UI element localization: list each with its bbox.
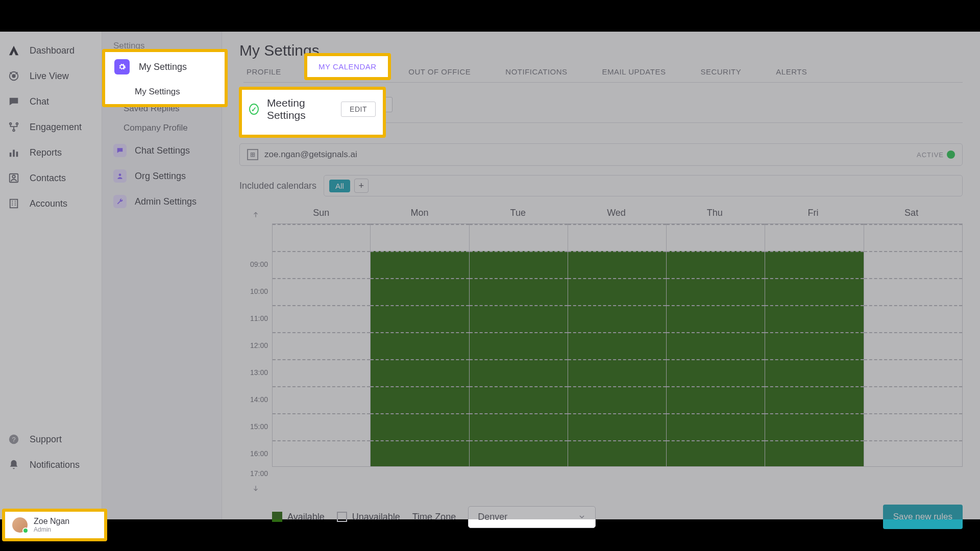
- nav-item-chat[interactable]: Chat: [0, 89, 102, 114]
- scroll-down-button[interactable]: [239, 480, 272, 493]
- arrow-down-row: [239, 480, 963, 493]
- nav-item-engagement[interactable]: Engagement: [0, 114, 102, 140]
- included-label: Included calendars: [239, 181, 316, 191]
- settings-group-org[interactable]: Org Settings: [102, 163, 222, 189]
- tab-security[interactable]: SECURITY: [697, 61, 744, 82]
- nav-item-support[interactable]: ? Support: [0, 427, 102, 452]
- account-email: zoe.ngan@getsignals.ai: [264, 149, 911, 160]
- time-1200: 12:00: [250, 332, 268, 359]
- group-label: Org Settings: [135, 171, 186, 182]
- day-header: Sun Mon Tue Wed Thu Fri Sat: [239, 208, 963, 223]
- avail-mon[interactable]: [371, 251, 469, 466]
- day-mon: Mon: [371, 208, 469, 223]
- legend-unavailable: Unavailable: [337, 512, 400, 522]
- chevron-down-icon: [578, 513, 586, 521]
- nav-label: Engagement: [30, 122, 82, 133]
- legend-available: Available: [272, 512, 325, 522]
- highlight-meeting-settings: ✓ Meeting Settings EDIT: [239, 87, 386, 138]
- col-wed[interactable]: [568, 223, 667, 467]
- col-mon[interactable]: [371, 223, 469, 467]
- day-sat: Sat: [862, 208, 961, 223]
- time-1400: 14:00: [250, 386, 268, 413]
- wrench-icon: [113, 195, 127, 208]
- pill-all[interactable]: All: [329, 180, 350, 192]
- avail-tue[interactable]: [470, 251, 568, 466]
- scroll-up-button[interactable]: [239, 208, 272, 223]
- avail-wed[interactable]: [568, 251, 666, 466]
- settings-group-chat[interactable]: Chat Settings: [102, 138, 222, 163]
- settings-sub-companyprofile[interactable]: Company Profile: [102, 118, 222, 138]
- hl-edit-button[interactable]: EDIT: [341, 102, 376, 117]
- nav-label: Support: [30, 434, 62, 445]
- nav-item-notifications[interactable]: Notifications: [0, 452, 102, 478]
- help-icon: ?: [7, 433, 20, 446]
- calendar-grid[interactable]: 09:00 10:00 11:00 12:00 13:00 14:00 15:0…: [239, 223, 963, 480]
- day-tue: Tue: [469, 208, 567, 223]
- ms-icon: ⊞: [247, 149, 258, 160]
- save-button[interactable]: Save new rules: [883, 505, 963, 529]
- included-box[interactable]: All +: [324, 175, 963, 196]
- svg-point-1: [12, 74, 15, 78]
- svg-point-2: [10, 123, 12, 125]
- col-fri[interactable]: [765, 223, 864, 467]
- avail-thu[interactable]: [667, 251, 765, 466]
- group-label: Chat Settings: [135, 145, 190, 156]
- timezone-value: Denver: [478, 512, 507, 522]
- nav-item-accounts[interactable]: Accounts: [0, 191, 102, 216]
- col-thu[interactable]: [667, 223, 765, 467]
- user-placeholder: [0, 478, 102, 506]
- nav-item-dashboard[interactable]: Dashboard: [0, 38, 102, 63]
- day-wed: Wed: [567, 208, 666, 223]
- time-1500: 15:00: [250, 413, 268, 440]
- svg-point-9: [12, 176, 15, 179]
- nav-item-contacts[interactable]: Contacts: [0, 165, 102, 191]
- add-calendar-button[interactable]: +: [354, 179, 369, 193]
- highlight-my-settings: My Settings My Settings: [102, 49, 228, 107]
- account-row[interactable]: ⊞ zoe.ngan@getsignals.ai ACTIVE: [239, 143, 963, 166]
- user-icon: [7, 171, 20, 185]
- col-tue[interactable]: [470, 223, 568, 467]
- time-1300: 13:00: [250, 359, 268, 386]
- tab-out-of-office[interactable]: OUT OF OFFICE: [405, 61, 474, 82]
- svg-rect-5: [10, 153, 12, 157]
- nav-item-reports[interactable]: Reports: [0, 140, 102, 165]
- nav-rail: Dashboard Live View Chat Engagement Repo…: [0, 32, 102, 519]
- status-dot-icon: [947, 151, 955, 159]
- timezone-select[interactable]: Denver: [468, 506, 596, 528]
- svg-point-3: [16, 123, 18, 125]
- nav-label: Contacts: [30, 173, 66, 184]
- col-sun[interactable]: [272, 223, 371, 467]
- avail-fri[interactable]: [765, 251, 863, 466]
- tab-email-updates[interactable]: EMAIL UPDATES: [599, 61, 669, 82]
- logo-icon: [7, 44, 20, 57]
- tab-alerts[interactable]: ALERTS: [773, 61, 810, 82]
- highlight-user-card: Zoe Ngan Admin: [2, 509, 107, 541]
- hl-sub-label: My Settings: [105, 82, 225, 104]
- gear-icon: [114, 59, 130, 74]
- account-status: ACTIVE: [917, 151, 955, 159]
- nav-item-liveview[interactable]: Live View: [0, 63, 102, 89]
- status-text: ACTIVE: [917, 151, 944, 159]
- nav-spacer: [0, 216, 102, 427]
- settings-group-admin[interactable]: Admin Settings: [102, 189, 222, 214]
- tab-profile[interactable]: PROFILE: [243, 61, 284, 82]
- tab-notifications[interactable]: NOTIFICATIONS: [502, 61, 570, 82]
- branch-icon: [7, 120, 20, 134]
- col-sat[interactable]: [864, 223, 963, 467]
- day-sun: Sun: [272, 208, 371, 223]
- timezone-label: Time Zone: [412, 512, 456, 522]
- nav-label: Accounts: [30, 198, 67, 209]
- avatar: [12, 517, 28, 533]
- nav-label: Live View: [30, 71, 69, 82]
- svg-rect-7: [16, 152, 18, 157]
- day-fri: Fri: [764, 208, 863, 223]
- calendar: Sun Mon Tue Wed Thu Fri Sat 09:00 10:00 …: [239, 208, 963, 529]
- time-1700: 17:00: [250, 467, 268, 480]
- group-label: Admin Settings: [135, 196, 197, 207]
- svg-rect-6: [13, 150, 15, 157]
- check-circle-icon: ✓: [249, 104, 259, 115]
- swatch-available: [272, 512, 282, 522]
- person-icon: [113, 169, 127, 183]
- hl-group-label: My Settings: [139, 62, 187, 72]
- calendar-footer: Available Unavailable Time Zone Denver S…: [239, 505, 963, 529]
